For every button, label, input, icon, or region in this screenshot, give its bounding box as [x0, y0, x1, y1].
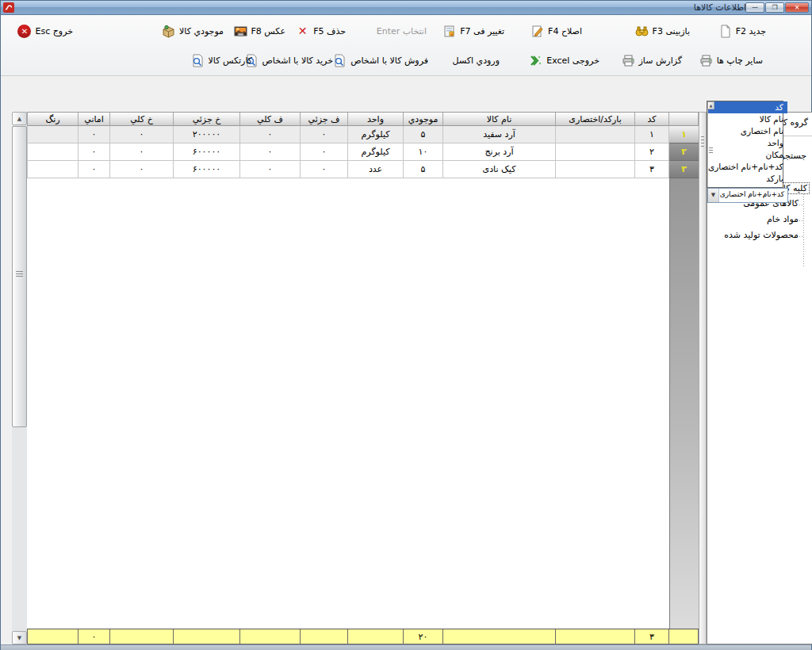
cell-color[interactable]	[27, 143, 79, 161]
column-header-sale-wholesale[interactable]: ف کلي	[240, 113, 301, 126]
cell-stock[interactable]: ۵	[404, 161, 443, 178]
column-header-name[interactable]: نام کالا	[443, 113, 556, 126]
kardex-button[interactable]: کارتکس کالا	[187, 50, 256, 71]
cell-color[interactable]	[27, 161, 79, 178]
sell-to-persons-button[interactable]: فروش کالا با اشخاص	[329, 50, 432, 71]
cell-unit[interactable]: کیلوگرم	[348, 126, 404, 143]
column-header-unit[interactable]: واحد	[348, 113, 404, 126]
dropdown-item-code-name-short[interactable]: کد+نام+نام اختصاری	[708, 161, 787, 173]
tree-item-produced-products[interactable]: محصولات تولید شده	[724, 230, 799, 240]
cell-unit[interactable]: کیلوگرم	[348, 143, 404, 161]
cell-sale-retail[interactable]: ۰	[301, 126, 348, 143]
cell-sale-wholesale[interactable]: ۰	[240, 143, 301, 161]
cell-amani[interactable]: ۰	[79, 143, 110, 161]
cell-barcode[interactable]	[556, 143, 635, 161]
cell-amani[interactable]: ۰	[79, 126, 110, 143]
restore-button[interactable]: ❐	[765, 2, 784, 13]
cell-sale-retail[interactable]: ۰	[301, 143, 348, 161]
vertical-scrollbar[interactable]: ▲ ▼	[12, 112, 27, 644]
minimize-button[interactable]: —	[745, 2, 764, 13]
cell-purchase-wholesale[interactable]: ۰	[110, 143, 174, 161]
cell-amani[interactable]: ۰	[79, 161, 110, 178]
window-bottom-frame	[1, 644, 811, 650]
new-button[interactable]: جدید F2	[714, 21, 770, 41]
cell-sale-wholesale[interactable]: ۰	[240, 161, 301, 178]
cell-unit[interactable]: عدد	[348, 161, 404, 178]
dropdown-item-unit[interactable]: واحد	[708, 137, 787, 149]
scrollbar-thumb[interactable]	[12, 126, 27, 427]
report-maker-button[interactable]: گزارش ساز	[618, 50, 686, 71]
close-button[interactable]: ✕	[785, 2, 809, 13]
dropdown-item-barcode[interactable]: بارکد	[708, 173, 787, 185]
cell-stock[interactable]: ۵	[404, 126, 443, 143]
column-header-stock[interactable]: موجودي	[404, 113, 443, 126]
column-header-color[interactable]: رنگ	[27, 113, 79, 126]
delete-x-icon: ✕	[296, 25, 309, 38]
review-button[interactable]: بازبینی F3	[631, 21, 694, 41]
cell-name[interactable]: آرد برنج	[443, 143, 556, 161]
cell-name[interactable]: کیک نادی	[443, 161, 556, 178]
edit-button[interactable]: اصلاح F4	[527, 21, 586, 41]
cell-purchase-wholesale[interactable]: ۰	[110, 126, 174, 143]
summary-amani: ۰	[79, 629, 110, 644]
panel-splitter[interactable]	[699, 112, 707, 644]
dropdown-scrollbar[interactable]: ▲	[707, 101, 708, 187]
column-header-purchase-wholesale[interactable]: خ کلي	[110, 113, 174, 126]
delete-button[interactable]: ✕ حذف F5	[292, 21, 350, 41]
column-header-barcode[interactable]: بارکد/اختصاری	[556, 113, 635, 126]
cell-code[interactable]: ۳	[635, 161, 669, 178]
dropdown-item-short-name[interactable]: نام اختصاری	[708, 125, 787, 137]
svg-text:4: 4	[450, 31, 453, 36]
summary-purchase-wholesale	[110, 629, 174, 644]
other-prints-label: سایر چاپ ها	[717, 55, 763, 66]
cell-barcode[interactable]	[556, 126, 635, 143]
cell-code[interactable]: ۲	[635, 143, 669, 161]
table-row[interactable]: ۰ ۰ ۲۰۰۰۰۰ ۰ ۰ کیلوگرم ۵ آرد سفید ۱ ۱	[27, 126, 699, 143]
summary-sale-wholesale	[240, 629, 301, 644]
photo-button[interactable]: عکس F8	[230, 21, 290, 41]
cell-purchase-retail[interactable]: ۶۰۰۰۰۰	[174, 161, 240, 178]
cell-color[interactable]	[27, 126, 79, 143]
column-header-code[interactable]: کد	[635, 113, 669, 126]
cell-sale-retail[interactable]: ۰	[301, 161, 348, 178]
column-header-amani[interactable]: اماني	[79, 113, 110, 126]
cell-purchase-retail[interactable]: ۶۰۰۰۰۰	[174, 143, 240, 161]
dropdown-item-code[interactable]: کد	[708, 101, 787, 113]
cell-stock[interactable]: ۱۰	[404, 143, 443, 161]
table-body: ۰ ۰ ۲۰۰۰۰۰ ۰ ۰ کیلوگرم ۵ آرد سفید ۱ ۱ ۰ …	[27, 126, 699, 629]
row-number[interactable]: ۳	[669, 161, 699, 178]
tree-item-raw-materials[interactable]: مواد خام	[767, 214, 799, 224]
table-row[interactable]: ۰ ۰ ۶۰۰۰۰۰ ۰ ۰ عدد ۵ کیک نادی ۳ ۳	[27, 161, 699, 178]
printer-icon	[699, 54, 713, 67]
cell-name[interactable]: آرد سفید	[443, 126, 556, 143]
document-search-icon	[191, 54, 205, 67]
stock-button[interactable]: موجودي کالا	[158, 21, 228, 41]
table-row[interactable]: ۰ ۰ ۶۰۰۰۰۰ ۰ ۰ کیلوگرم ۱۰ آرد برنج ۲ ۲	[27, 143, 699, 161]
cell-sale-wholesale[interactable]: ۰	[240, 126, 301, 143]
titlebar: اطلاعات کالاها — ❐ ✕	[1, 1, 811, 15]
excel-export-button[interactable]: خروجی Excel	[525, 50, 603, 71]
column-header-purchase-retail[interactable]: خ جزئي	[174, 113, 240, 126]
chevron-down-icon[interactable]: ▼	[708, 189, 719, 202]
groups-search-type-combobox[interactable]: ▼ کد+نام+نام اختصاری	[707, 188, 788, 203]
scrollbar-grip	[709, 147, 713, 153]
tree-guide-line	[799, 220, 804, 221]
row-number[interactable]: ۲	[669, 143, 699, 161]
cell-purchase-wholesale[interactable]: ۰	[110, 161, 174, 178]
cell-barcode[interactable]	[556, 161, 635, 178]
change-price-button[interactable]: 4 تغییر فی F7	[439, 21, 508, 41]
scroll-up-icon[interactable]: ▲	[707, 101, 714, 109]
cell-purchase-retail[interactable]: ۲۰۰۰۰۰	[174, 126, 240, 143]
scroll-up-icon[interactable]: ▲	[12, 112, 27, 125]
dropdown-item-name[interactable]: نام کالا	[708, 113, 787, 125]
other-prints-button[interactable]: سایر چاپ ها	[695, 50, 767, 71]
excel-import-button[interactable]: ورودي اکسل	[449, 50, 504, 71]
table-header: رنگ اماني خ کلي خ جزئي ف کلي ف جزئي واحد…	[27, 112, 699, 126]
column-header-sale-retail[interactable]: ف جزئي	[301, 113, 348, 126]
scrollbar-grip	[16, 271, 23, 277]
cell-code[interactable]: ۱	[635, 126, 669, 143]
row-number[interactable]: ۱	[669, 126, 699, 143]
scroll-down-icon[interactable]: ▼	[12, 631, 27, 644]
exit-button[interactable]: ✕ خروج Esc	[13, 21, 77, 41]
dropdown-item-location[interactable]: مکان	[708, 149, 787, 161]
